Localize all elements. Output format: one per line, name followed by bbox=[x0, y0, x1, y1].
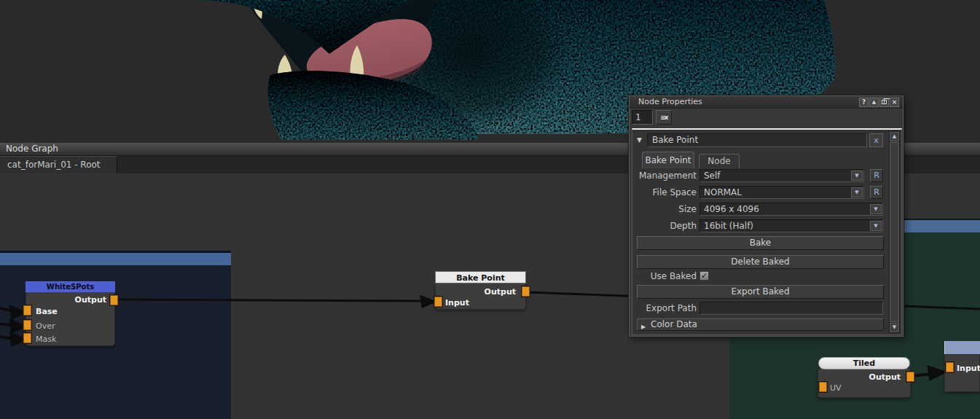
use-baked-checkbox[interactable]: ✓ bbox=[699, 271, 709, 281]
export-path-field[interactable] bbox=[699, 302, 883, 315]
export-path-input[interactable] bbox=[700, 302, 882, 314]
scroll-up-icon[interactable]: ▲ bbox=[890, 132, 899, 141]
file-space-label: File Space bbox=[635, 187, 697, 197]
uv-input-port[interactable] bbox=[819, 382, 827, 392]
dropdown-arrow-icon[interactable]: ▼ bbox=[870, 221, 882, 231]
export-baked-button[interactable]: Export Baked bbox=[637, 285, 884, 299]
management-row: Management Self ▼ R bbox=[635, 169, 885, 184]
bake-button[interactable]: Bake bbox=[637, 236, 884, 250]
size-label: Size bbox=[635, 204, 697, 214]
bake-point-section-header[interactable]: ▼ Bake Point x bbox=[635, 133, 885, 148]
expand-icon: ▶ bbox=[641, 321, 646, 332]
port-label-output: Output bbox=[75, 295, 106, 305]
section-close-button[interactable]: x bbox=[869, 133, 883, 147]
restore-icon[interactable] bbox=[879, 98, 889, 107]
tab-bake-point[interactable]: Bake Point bbox=[642, 152, 694, 168]
node-tiled[interactable]: Tiled Output UV bbox=[818, 357, 911, 398]
file-space-row: File Space NORMAL ▼ R bbox=[635, 186, 885, 200]
collapse-icon[interactable]: ▼ bbox=[637, 136, 642, 144]
node-input-partial-header[interactable] bbox=[944, 341, 980, 354]
clear-properties-button[interactable]: ≡x bbox=[656, 110, 672, 125]
node-whitespots-header[interactable]: WhiteSPots bbox=[26, 281, 115, 292]
detach-icon[interactable]: ▲ bbox=[869, 98, 879, 107]
base-input-port[interactable] bbox=[23, 305, 31, 316]
export-path-label: Export Path bbox=[635, 303, 697, 313]
output-port[interactable] bbox=[522, 286, 530, 297]
properties-scrollbar[interactable]: ▲ ▼ bbox=[889, 131, 900, 333]
management-reset-button[interactable]: R bbox=[870, 169, 883, 182]
node-properties-dialog[interactable]: Node Properties ? ▲ × ≡x ▼ Bake Point x … bbox=[629, 95, 903, 337]
depth-label: Depth bbox=[635, 221, 697, 231]
node-bake-point[interactable]: Bake Point Output Input bbox=[435, 271, 526, 310]
port-label-input: Input bbox=[445, 298, 469, 308]
dropdown-arrow-icon[interactable]: ▼ bbox=[870, 204, 882, 214]
size-row: Size 4096 x 4096 ▼ bbox=[635, 203, 885, 217]
scrollbar-thumb[interactable] bbox=[890, 142, 899, 322]
export-path-row: Export Path bbox=[635, 302, 885, 316]
management-dropdown[interactable]: Self ▼ bbox=[699, 169, 864, 182]
port-label-output: Output bbox=[485, 287, 516, 297]
node-bake-point-header[interactable]: Bake Point bbox=[435, 271, 526, 283]
color-data-section-header[interactable]: ▶ Color Data bbox=[637, 318, 884, 331]
file-space-reset-button[interactable]: R bbox=[870, 186, 883, 199]
output-port[interactable] bbox=[110, 295, 118, 305]
dropdown-arrow-icon[interactable]: ▼ bbox=[851, 187, 863, 197]
node-input-partial[interactable]: Input bbox=[944, 341, 980, 392]
mask-input-port[interactable] bbox=[23, 333, 31, 343]
clear-icon: ≡x bbox=[660, 114, 667, 121]
delete-baked-button[interactable]: Delete Baked bbox=[637, 255, 884, 269]
port-label-base: Base bbox=[36, 307, 58, 316]
node-whitespots[interactable]: WhiteSPots Output Base Over Mask bbox=[26, 281, 115, 346]
port-label-mask: Mask bbox=[36, 334, 56, 344]
close-icon[interactable]: × bbox=[890, 98, 899, 107]
color-data-label: Color Data bbox=[651, 319, 697, 329]
instance-count-input[interactable] bbox=[632, 110, 653, 125]
output-port[interactable] bbox=[906, 372, 914, 382]
node-graph-tab[interactable]: cat_forMari_01 - Root bbox=[0, 156, 117, 173]
use-baked-label: Use Baked bbox=[635, 271, 697, 281]
section-title: Bake Point bbox=[652, 135, 698, 145]
dialog-titlebar[interactable]: Node Properties ? ▲ × bbox=[630, 96, 903, 109]
port-label-over: Over bbox=[36, 321, 55, 331]
node-input-partial-body[interactable] bbox=[944, 354, 980, 392]
tab-node[interactable]: Node bbox=[699, 154, 740, 168]
check-icon: ✓ bbox=[701, 271, 707, 281]
management-label: Management bbox=[635, 171, 697, 181]
node-tiled-header[interactable]: Tiled bbox=[818, 357, 910, 369]
port-label-uv: UV bbox=[830, 383, 842, 393]
help-icon[interactable]: ? bbox=[859, 98, 869, 107]
dropdown-arrow-icon[interactable]: ▼ bbox=[851, 171, 863, 181]
use-baked-row: Use Baked ✓ bbox=[635, 271, 885, 283]
file-space-dropdown[interactable]: NORMAL ▼ bbox=[699, 186, 864, 199]
port-label-input: Input bbox=[957, 364, 980, 373]
node-graph-tab-label: cat_forMari_01 - Root bbox=[7, 160, 101, 170]
section-title-field[interactable]: Bake Point bbox=[647, 133, 867, 147]
over-input-port[interactable] bbox=[23, 320, 31, 330]
depth-dropdown[interactable]: 16bit (Half) ▼ bbox=[699, 219, 883, 232]
input-port[interactable] bbox=[946, 362, 954, 372]
depth-row: Depth 16bit (Half) ▼ bbox=[635, 219, 885, 234]
scroll-down-icon[interactable]: ▼ bbox=[890, 323, 899, 332]
port-label-output: Output bbox=[869, 372, 901, 382]
properties-frame: ▼ Bake Point x Node Bake Point Managemen… bbox=[632, 128, 902, 335]
size-dropdown[interactable]: 4096 x 4096 ▼ bbox=[699, 203, 883, 216]
input-port[interactable] bbox=[434, 297, 442, 307]
dialog-title: Node Properties bbox=[638, 97, 702, 106]
node-graph-title: Node Graph bbox=[6, 144, 58, 154]
backdrop-navy-header[interactable] bbox=[0, 253, 231, 265]
